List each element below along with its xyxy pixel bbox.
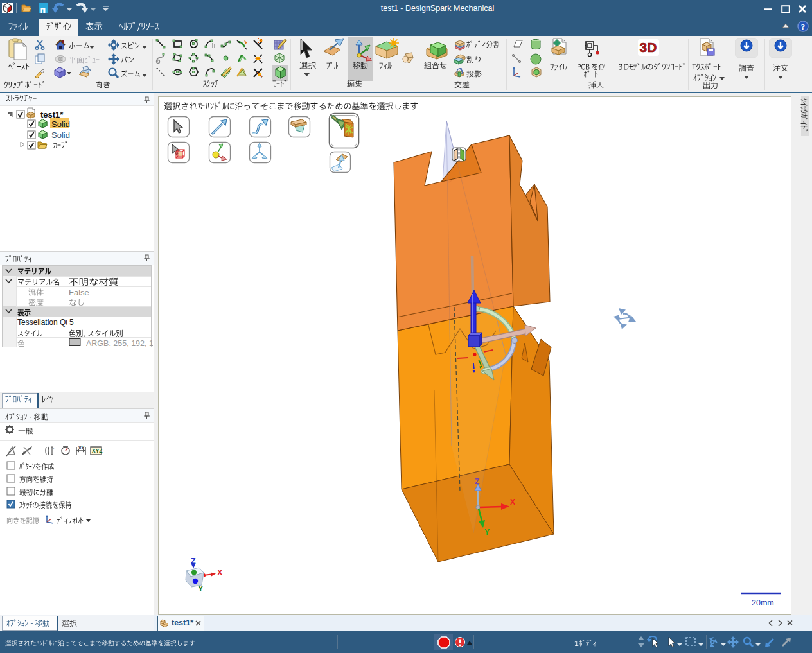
svg-text:Z: Z — [475, 477, 479, 486]
svg-text:°: ° — [53, 447, 55, 451]
svg-text:Y: Y — [484, 528, 490, 537]
svg-text:3D: 3D — [640, 40, 657, 55]
svg-text:Y: Y — [198, 584, 204, 593]
svg-text:?: ? — [801, 22, 806, 31]
svg-text:XYZ: XYZ — [92, 448, 103, 454]
svg-text:X: X — [510, 498, 515, 507]
svg-text:Z: Z — [191, 557, 196, 566]
svg-text:XX: XX — [78, 446, 85, 450]
svg-text:X: X — [217, 568, 223, 577]
svg-text:20mm: 20mm — [752, 598, 774, 607]
